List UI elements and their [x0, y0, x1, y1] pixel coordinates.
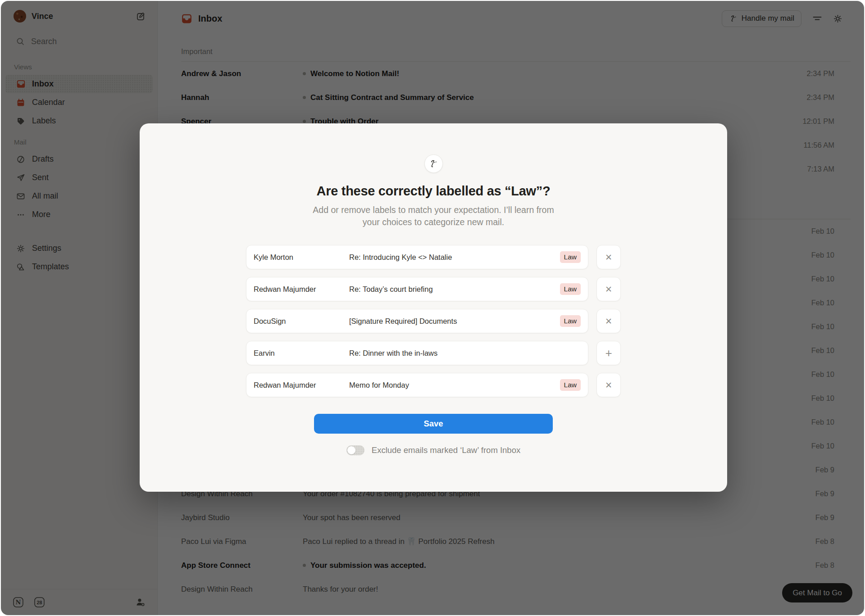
review-sender: DocuSign — [254, 317, 349, 326]
remove-label-button[interactable]: ✕ — [596, 245, 621, 269]
remove-label-button[interactable]: ✕ — [596, 309, 621, 333]
label-badge: Law — [560, 315, 581, 327]
label-review-row: Redwan Majumder Memo for Monday Law ✕ — [246, 373, 621, 397]
modal-title: Are these correctly labelled as “Law”? — [140, 184, 727, 199]
review-subject: Memo for Monday — [349, 381, 560, 390]
label-review-modal: Are these correctly labelled as “Law”? A… — [140, 123, 727, 492]
remove-label-button[interactable]: ✕ — [596, 277, 621, 301]
review-sender: Kyle Morton — [254, 253, 349, 262]
notion-mail-window: Vince Search Views Inbox Calendar — [0, 0, 865, 616]
review-subject: Re: Introducing Kyle <> Natalie — [349, 253, 560, 262]
review-sender: Redwan Majumder — [254, 381, 349, 390]
label-review-card: Earvin Re: Dinner with the in-laws — [246, 341, 588, 365]
label-badge: Law — [560, 379, 581, 391]
label-review-row: Redwan Majumder Re: Today’s court briefi… — [246, 277, 621, 301]
add-label-button[interactable]: + — [596, 341, 621, 365]
exclude-toggle-label: Exclude emails marked ‘Law’ from Inbox — [372, 445, 520, 455]
label-review-card: Redwan Majumder Re: Today’s court briefi… — [246, 277, 588, 301]
review-subject: Re: Today’s court briefing — [349, 285, 560, 294]
toggle-knob — [347, 446, 355, 454]
label-badge: Law — [560, 283, 581, 295]
modal-subtitle: Add or remove labels to match your expec… — [305, 204, 561, 228]
label-review-card: Kyle Morton Re: Introducing Kyle <> Nata… — [246, 245, 588, 269]
label-review-card: Redwan Majumder Memo for Monday Law — [246, 373, 588, 397]
label-review-row: Kyle Morton Re: Introducing Kyle <> Nata… — [246, 245, 621, 269]
label-review-row: DocuSign [Signature Required] Documents … — [246, 309, 621, 333]
exclude-toggle[interactable] — [346, 445, 364, 455]
review-sender: Redwan Majumder — [254, 285, 349, 294]
label-review-card: DocuSign [Signature Required] Documents … — [246, 309, 588, 333]
ai-mascot-icon — [424, 154, 443, 173]
label-review-row: Earvin Re: Dinner with the in-laws + — [246, 341, 621, 365]
save-button[interactable]: Save — [314, 414, 553, 434]
review-subject: [Signature Required] Documents — [349, 317, 560, 326]
review-sender: Earvin — [254, 349, 349, 358]
remove-label-button[interactable]: ✕ — [596, 373, 621, 397]
label-badge: Law — [560, 251, 581, 263]
review-subject: Re: Dinner with the in-laws — [349, 349, 581, 358]
